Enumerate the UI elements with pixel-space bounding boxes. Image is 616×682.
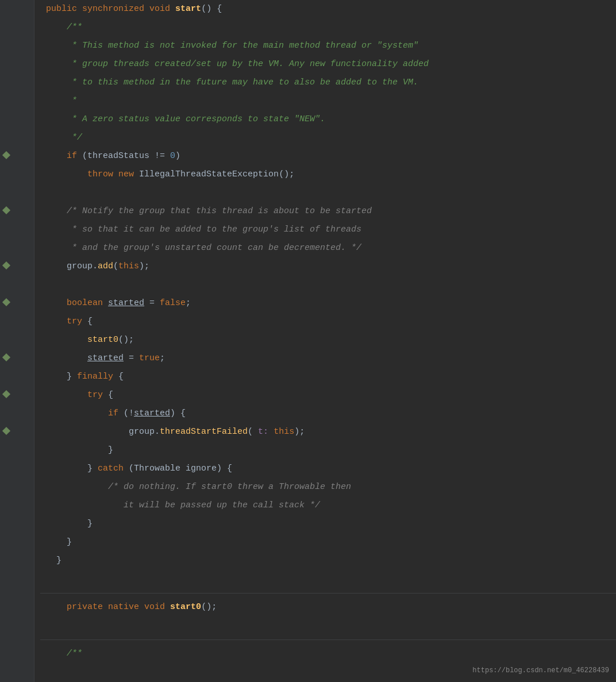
keyword-false: false bbox=[160, 294, 186, 313]
var-started-assign: started bbox=[87, 349, 124, 368]
gutter-marker-12 bbox=[2, 206, 10, 214]
gutter-marker-20 bbox=[2, 353, 10, 361]
keyword-try-inner: try bbox=[87, 386, 103, 404]
code-line-3: * This method is not invoked for the mai… bbox=[40, 37, 616, 55]
code-line-32 bbox=[40, 570, 616, 588]
gutter-marker-17 bbox=[2, 298, 10, 306]
keyword-catch: catch bbox=[98, 460, 124, 478]
keyword-synchronized: synchronized bbox=[82, 0, 144, 18]
keyword-try: try bbox=[67, 313, 82, 331]
gutter-marker-22 bbox=[2, 390, 10, 398]
code-line-8: */ bbox=[40, 129, 616, 147]
code-line-15: group.add(this); bbox=[40, 257, 616, 276]
separator-2 bbox=[40, 639, 616, 640]
comment-line-3: * This method is not invoked for the mai… bbox=[72, 37, 418, 55]
comment-line-7: * A zero status value corresponds to sta… bbox=[72, 110, 325, 129]
method-add: add bbox=[98, 257, 113, 276]
var-threadstatus: threadStatus bbox=[87, 147, 149, 165]
keyword-private: private bbox=[67, 598, 103, 617]
var-ignore: ignore bbox=[186, 460, 217, 478]
keyword-finally: finally bbox=[77, 368, 113, 386]
comment-notify-1: /* Notify the group that this thread is … bbox=[67, 202, 372, 221]
code-line-9: if (threadStatus != 0) bbox=[40, 147, 616, 165]
code-line-23: if (!started) { bbox=[40, 404, 616, 423]
code-line-34 bbox=[40, 617, 616, 635]
class-throwable: Throwable bbox=[134, 460, 180, 478]
code-content: public synchronized void start() { /** *… bbox=[34, 0, 616, 663]
code-line-14: * and the group's unstarted count can be… bbox=[40, 239, 616, 257]
keyword-new: new bbox=[118, 165, 134, 184]
comment-donothing-1: /* do nothing. If start0 threw a Throwab… bbox=[108, 478, 351, 496]
number-0: 0 bbox=[170, 147, 175, 165]
code-line-7: * A zero status value corresponds to sta… bbox=[40, 110, 616, 129]
var-started-check: started bbox=[134, 404, 170, 423]
keyword-void: void bbox=[149, 0, 170, 18]
var-group: group bbox=[67, 257, 93, 276]
code-line-31: } bbox=[40, 552, 616, 570]
code-line-26: } catch (Throwable ignore) { bbox=[40, 460, 616, 478]
var-group-2: group bbox=[129, 423, 155, 441]
method-start0-decl: start0 bbox=[170, 598, 201, 617]
comment-donothing-2: it will be passed up the call stack */ bbox=[124, 496, 320, 515]
code-line-22: try { bbox=[40, 386, 616, 404]
code-line-16 bbox=[40, 276, 616, 294]
code-line-1: public synchronized void start() { bbox=[40, 0, 616, 18]
keyword-this: this bbox=[118, 257, 139, 276]
comment-line-5: * to this method in the future may have … bbox=[72, 74, 418, 92]
comment-close: */ bbox=[72, 129, 82, 147]
code-line-12: /* Notify the group that this thread is … bbox=[40, 202, 616, 221]
keyword-void-2: void bbox=[144, 598, 165, 617]
keyword-throw: throw bbox=[87, 165, 113, 184]
code-line-2: /** bbox=[40, 18, 616, 37]
code-line-11 bbox=[40, 184, 616, 202]
code-line-27: /* do nothing. If start0 threw a Throwab… bbox=[40, 478, 616, 496]
keyword-this-2: this bbox=[274, 423, 294, 441]
code-line-29: } bbox=[40, 515, 616, 533]
param-t: t: bbox=[253, 423, 268, 441]
comment-notify-3: * and the group's unstarted count can be… bbox=[72, 239, 361, 257]
code-line-17: boolean started = false; bbox=[40, 294, 616, 313]
class-illegalthreadstate: IllegalThreadStateException bbox=[139, 165, 279, 184]
keyword-boolean: boolean bbox=[67, 294, 103, 313]
code-line-4: * group threads created/set up by the VM… bbox=[40, 55, 616, 74]
comment-line-6: * bbox=[72, 92, 77, 110]
keyword-if: if bbox=[67, 147, 77, 165]
comment-javadoc-open: /** bbox=[67, 18, 82, 37]
code-line-5: * to this method in the future may have … bbox=[40, 74, 616, 92]
keyword-native: native bbox=[108, 598, 139, 617]
keyword-true: true bbox=[139, 349, 160, 368]
gutter bbox=[0, 0, 34, 682]
method-start: start bbox=[175, 0, 201, 18]
method-threadstartfailed: threadStartFailed bbox=[160, 423, 248, 441]
code-line-28: it will be passed up the call stack */ bbox=[40, 496, 616, 515]
comment-line-4: * group threads created/set up by the VM… bbox=[72, 55, 429, 74]
method-start0: start0 bbox=[87, 331, 118, 349]
gutter-marker-9 bbox=[2, 151, 10, 159]
var-started-decl: started bbox=[108, 294, 144, 313]
code-line-30: } bbox=[40, 533, 616, 552]
keyword-if-inner: if bbox=[108, 404, 118, 423]
keyword-public: public bbox=[46, 0, 77, 18]
code-line-33: private native void start0(); bbox=[40, 598, 616, 617]
code-line-6: * bbox=[40, 92, 616, 110]
code-line-24: group.threadStartFailed( t: this); bbox=[40, 423, 616, 441]
code-editor: public synchronized void start() { /** *… bbox=[0, 0, 616, 682]
code-line-25: } bbox=[40, 441, 616, 460]
code-line-10: throw new IllegalThreadStateException(); bbox=[40, 165, 616, 184]
gutter-marker-24 bbox=[2, 427, 10, 435]
separator bbox=[40, 593, 616, 594]
code-line-13: * so that it can be added to the group's… bbox=[40, 221, 616, 239]
code-line-19: start0(); bbox=[40, 331, 616, 349]
code-line-18: try { bbox=[40, 313, 616, 331]
code-line-20: started = true; bbox=[40, 349, 616, 368]
code-line-21: } finally { bbox=[40, 368, 616, 386]
watermark-url: https://blog.csdn.net/m0_46228439 bbox=[465, 659, 616, 682]
comment-notify-2: * so that it can be added to the group's… bbox=[72, 221, 361, 239]
gutter-marker-15 bbox=[2, 261, 10, 269]
comment-javadoc-2: /** bbox=[67, 645, 82, 663]
